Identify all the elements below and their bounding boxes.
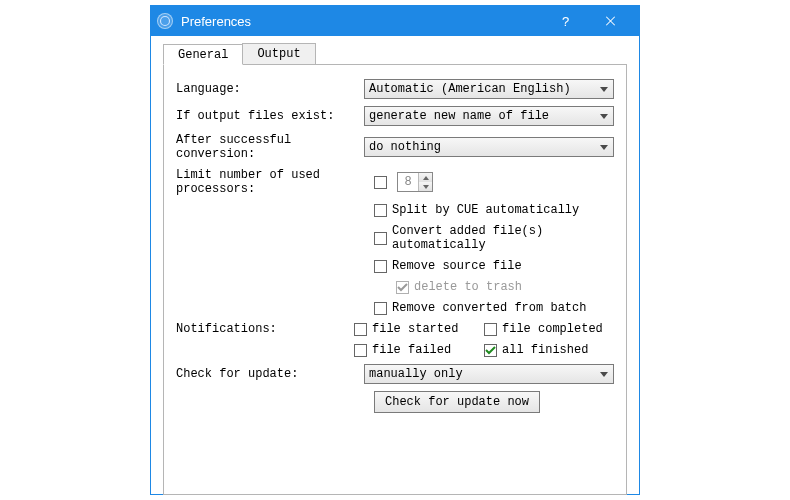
- chevron-down-icon: [600, 114, 608, 119]
- svg-point-0: [161, 17, 170, 26]
- dropdown-language[interactable]: Automatic (American English): [364, 79, 614, 99]
- label-delete-trash: delete to trash: [414, 280, 522, 294]
- help-button[interactable]: ?: [543, 6, 588, 36]
- checkbox-delete-trash: [396, 281, 409, 294]
- label-file-started: file started: [372, 322, 458, 336]
- label-limit-proc: Limit number of used processors:: [176, 168, 374, 196]
- label-after-conv: After successful conversion:: [176, 133, 364, 161]
- checkbox-split-cue[interactable]: [374, 204, 387, 217]
- tab-general[interactable]: General: [163, 44, 243, 65]
- label-split-cue: Split by CUE automatically: [392, 203, 579, 217]
- checkbox-file-completed[interactable]: [484, 323, 497, 336]
- spinner-up-button[interactable]: [419, 173, 432, 182]
- window-body: General Output Language: Automatic (Amer…: [151, 43, 639, 495]
- label-update: Check for update:: [176, 367, 364, 381]
- dropdown-if-exist-value: generate new name of file: [369, 109, 549, 123]
- checkbox-limit-proc[interactable]: [374, 176, 387, 189]
- tab-output[interactable]: Output: [242, 43, 315, 64]
- chevron-down-icon: [600, 87, 608, 92]
- tab-panel-general: Language: Automatic (American English) I…: [163, 65, 627, 495]
- checkbox-file-failed[interactable]: [354, 344, 367, 357]
- chevron-down-icon: [600, 145, 608, 150]
- spinner-down-button[interactable]: [419, 182, 432, 191]
- dropdown-after-conv-value: do nothing: [369, 140, 441, 154]
- label-remove-batch: Remove converted from batch: [392, 301, 586, 315]
- checkbox-remove-batch[interactable]: [374, 302, 387, 315]
- dropdown-language-value: Automatic (American English): [369, 82, 571, 96]
- window-title: Preferences: [181, 14, 543, 29]
- triangle-down-icon: [423, 185, 429, 189]
- label-file-completed: file completed: [502, 322, 603, 336]
- label-notifications: Notifications:: [176, 322, 354, 336]
- dropdown-update-value: manually only: [369, 367, 463, 381]
- checkbox-convert-added[interactable]: [374, 232, 387, 245]
- spinner-processors-value: 8: [398, 173, 418, 191]
- label-if-exist: If output files exist:: [176, 109, 364, 123]
- check-update-button-label: Check for update now: [385, 395, 529, 409]
- label-convert-added: Convert added file(s) automatically: [392, 224, 614, 252]
- dropdown-after-conv[interactable]: do nothing: [364, 137, 614, 157]
- label-all-finished: all finished: [502, 343, 588, 357]
- dropdown-if-exist[interactable]: generate new name of file: [364, 106, 614, 126]
- preferences-window: Preferences ? General Output Language: A…: [150, 5, 640, 495]
- app-icon: [157, 13, 173, 29]
- help-icon: ?: [562, 14, 569, 29]
- checkbox-all-finished[interactable]: [484, 344, 497, 357]
- dropdown-update[interactable]: manually only: [364, 364, 614, 384]
- tab-row: General Output: [163, 43, 627, 65]
- check-update-button[interactable]: Check for update now: [374, 391, 540, 413]
- checkbox-file-started[interactable]: [354, 323, 367, 336]
- label-remove-src: Remove source file: [392, 259, 522, 273]
- label-language: Language:: [176, 82, 364, 96]
- spinner-processors[interactable]: 8: [397, 172, 433, 192]
- label-file-failed: file failed: [372, 343, 451, 357]
- titlebar: Preferences ?: [151, 6, 639, 36]
- triangle-up-icon: [423, 176, 429, 180]
- checkbox-remove-src[interactable]: [374, 260, 387, 273]
- close-button[interactable]: [588, 6, 633, 36]
- chevron-down-icon: [600, 372, 608, 377]
- close-icon: [606, 16, 616, 26]
